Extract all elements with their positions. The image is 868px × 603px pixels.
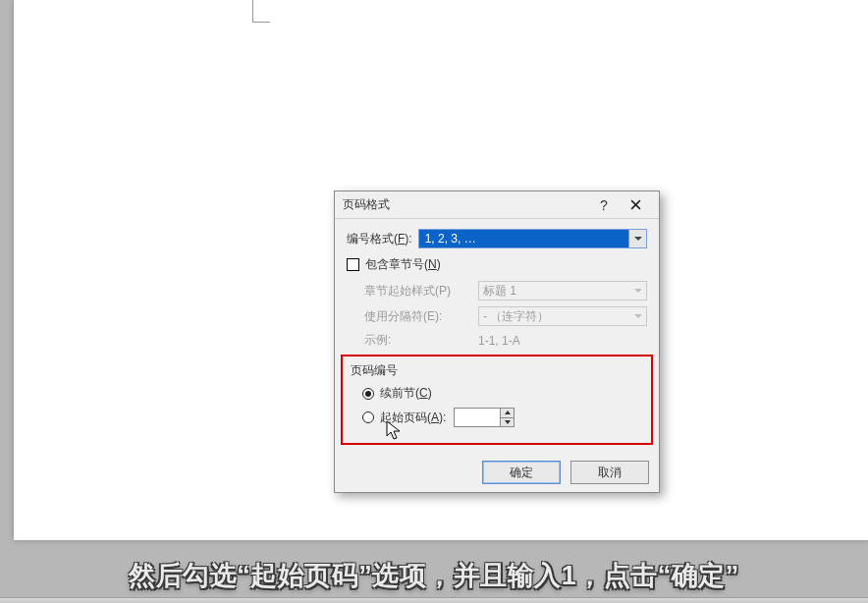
chevron-down-icon	[634, 237, 642, 241]
number-format-value: 1, 2, 3, …	[419, 230, 628, 247]
radio-icon	[362, 388, 374, 400]
start-at-label: 起始页码(A):	[380, 410, 446, 426]
number-format-label: 编号格式(F):	[347, 231, 412, 247]
start-at-spinner[interactable]	[454, 408, 515, 427]
close-icon	[630, 199, 641, 210]
start-at-input[interactable]	[455, 409, 500, 426]
continue-previous-label: 续前节(C)	[380, 385, 432, 402]
separator-row: 使用分隔符(E): - （连字符）	[364, 306, 647, 326]
chevron-down-icon	[634, 289, 642, 293]
number-format-dropdown-button[interactable]	[628, 230, 646, 247]
page-numbering-group: 页码编号 续前节(C) 起始页码(A):	[341, 355, 653, 445]
spin-up-button[interactable]	[501, 409, 514, 417]
radio-icon	[362, 411, 374, 423]
dialog-titlebar: 页码格式 ?	[335, 192, 659, 219]
separator-combo: - （连字符）	[478, 306, 647, 326]
chevron-down-icon	[505, 420, 511, 424]
cancel-button[interactable]: 取消	[570, 461, 649, 484]
chapter-start-style-label: 章节起始样式(P)	[364, 283, 472, 300]
window-bottom-edge	[0, 597, 868, 603]
help-button[interactable]: ?	[588, 194, 620, 216]
number-format-row: 编号格式(F): 1, 2, 3, …	[347, 229, 647, 248]
include-chapter-number-checkbox[interactable]: 包含章节号(N)	[347, 256, 647, 273]
checkbox-icon	[347, 258, 359, 271]
separator-label: 使用分隔符(E):	[364, 308, 472, 325]
instruction-subtitle: 然后勾选“起始页码”选项，并且输入1，点击“确定”	[0, 558, 868, 593]
dialog-title: 页码格式	[343, 196, 588, 213]
number-format-combo[interactable]: 1, 2, 3, …	[418, 229, 647, 248]
chapter-start-style-value: 标题 1	[483, 283, 516, 300]
page-numbering-title: 页码编号	[351, 362, 643, 379]
include-chapter-number-label: 包含章节号(N)	[365, 256, 441, 273]
separator-value: - （连字符）	[483, 308, 549, 325]
header-margin-guide	[252, 0, 272, 24]
page-number-format-dialog: 页码格式 ? 编号格式(F): 1, 2, 3, … 包含章节号(N) 章节起始…	[334, 191, 660, 493]
start-at-radio[interactable]: 起始页码(A):	[351, 408, 643, 427]
example-value: 1-1, 1-A	[478, 334, 520, 348]
ok-button[interactable]: 确定	[482, 461, 561, 484]
continue-previous-radio[interactable]: 续前节(C)	[351, 385, 643, 402]
example-row: 示例: 1-1, 1-A	[364, 332, 647, 349]
example-label: 示例:	[364, 332, 472, 349]
chevron-up-icon	[505, 411, 511, 414]
close-button[interactable]	[620, 194, 651, 216]
chapter-start-style-combo: 标题 1	[478, 281, 647, 301]
chevron-down-icon	[634, 314, 642, 318]
chapter-start-style-row: 章节起始样式(P) 标题 1	[364, 281, 647, 301]
spin-down-button[interactable]	[501, 417, 514, 427]
